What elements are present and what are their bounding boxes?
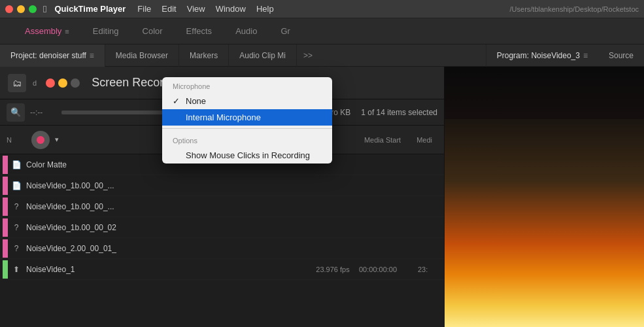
color-bar xyxy=(3,260,8,279)
media-start-col: Media Start xyxy=(359,136,406,144)
record-btn-container: ▾ xyxy=(31,131,63,149)
list-item[interactable]: ? NoiseVideo_1b.00_00_... xyxy=(0,196,444,217)
record-dropdown-button[interactable]: ▾ xyxy=(51,134,63,146)
panel-header: Project: denoiser stuff ≡ Media Browser … xyxy=(0,44,644,67)
file-type-icon: 📄 xyxy=(10,180,22,192)
file-type-icon: ? xyxy=(10,243,22,254)
tab-bar: Assembly ≡ Editing Color Effects Audio G… xyxy=(0,18,644,44)
close-button[interactable] xyxy=(5,5,13,13)
panel-tab-project[interactable]: Project: denoiser stuff ≡ xyxy=(0,44,105,67)
apple-logo:  xyxy=(43,3,46,14)
record-button[interactable] xyxy=(31,131,50,149)
file-end: 23: xyxy=(418,266,444,273)
title-bar-path: /Users/tblankenship/Desktop/Rocketstoc xyxy=(510,5,639,13)
check-icon: ✓ xyxy=(173,96,182,106)
search-button[interactable]: 🔍 xyxy=(7,103,25,122)
color-bar xyxy=(3,239,8,258)
color-bar xyxy=(3,177,8,195)
timecode-display: --:-- xyxy=(30,108,56,117)
panel-tab-program[interactable]: Program: NoiseVideo_3 ≡ xyxy=(486,44,598,67)
media-end-col: Medi xyxy=(411,136,437,144)
tab-effects[interactable]: Effects xyxy=(175,18,224,44)
panel-tab-audio-clip[interactable]: Audio Clip Mi xyxy=(229,44,297,67)
tl-red[interactable] xyxy=(46,78,55,88)
search-icon: 🔍 xyxy=(10,107,21,117)
menu-window[interactable]: Window xyxy=(216,4,246,14)
menu-file[interactable]: File xyxy=(137,4,151,14)
color-bar xyxy=(3,218,8,237)
list-item[interactable]: 📄 NoiseVideo_1b.00_00_... xyxy=(0,175,444,196)
traffic-lights xyxy=(46,78,80,88)
file-name: NoiseVideo_1b.00_00_... xyxy=(26,181,444,190)
dropdown-item-mouse-clicks[interactable]: Show Mouse Clicks in Recording xyxy=(162,147,332,164)
program-menu-icon: ≡ xyxy=(583,51,588,60)
list-item[interactable]: ⬆ NoiseVideo_1 23.976 fps 00:00:00:00 23… xyxy=(0,259,444,280)
file-name: NoiseVideo_1b.00_00_02 xyxy=(26,223,444,232)
menu-items: File Edit View Window Help xyxy=(137,4,273,14)
sunset-image xyxy=(445,119,644,327)
minimize-button[interactable] xyxy=(17,5,25,13)
file-fps: 23.976 fps xyxy=(307,266,359,273)
right-panel xyxy=(445,67,644,327)
tab-assembly[interactable]: Assembly ≡ xyxy=(13,18,81,44)
file-name: NoiseVideo_1b.00_00_... xyxy=(26,202,444,211)
color-bar xyxy=(3,198,8,216)
menu-icon: ≡ xyxy=(65,27,69,35)
menu-help[interactable]: Help xyxy=(256,4,274,14)
menu-edit[interactable]: Edit xyxy=(161,4,176,14)
file-type-icon: 📄 xyxy=(10,159,22,171)
panel-tab-markers[interactable]: Markers xyxy=(179,44,229,67)
panel-tab-media-browser[interactable]: Media Browser xyxy=(105,44,179,67)
maximize-button[interactable] xyxy=(29,5,37,13)
panel-tab-source[interactable]: Source xyxy=(598,51,644,60)
dropdown-menu: Microphone ✓ None Internal Microphone Op… xyxy=(162,77,332,164)
file-type-icon: ? xyxy=(10,201,22,213)
file-type-icon: ⬆ xyxy=(10,264,22,275)
tab-audio[interactable]: Audio xyxy=(224,18,269,44)
dropdown-item-none[interactable]: ✓ None xyxy=(162,93,332,109)
tab-editing[interactable]: Editing xyxy=(81,18,131,44)
window-controls xyxy=(5,5,37,13)
dropdown-divider xyxy=(162,128,332,129)
clip-label: d xyxy=(33,79,37,87)
selected-info: 1 of 14 items selected xyxy=(361,108,437,117)
tab-color[interactable]: Color xyxy=(131,18,175,44)
color-bar xyxy=(3,156,8,174)
panel-right: Program: NoiseVideo_3 ≡ Source xyxy=(486,44,644,67)
app-name: QuickTime Player xyxy=(54,4,126,14)
tl-gray xyxy=(71,78,80,88)
tl-yellow[interactable] xyxy=(58,78,67,88)
microphone-section-label: Microphone xyxy=(162,77,332,93)
file-tc: 00:00:00:00 xyxy=(359,266,418,273)
file-name: NoiseVideo_1 xyxy=(26,265,307,274)
file-list: 📄 Color Matte 📄 NoiseVideo_1b.00_00_... … xyxy=(0,154,444,327)
menu-bar:  QuickTime Player File Edit View Window… xyxy=(0,0,644,18)
tab-gr[interactable]: Gr xyxy=(269,18,301,44)
col-n: N xyxy=(7,136,26,144)
list-item[interactable]: ? NoiseVideo_2.00_00_01_ xyxy=(0,238,444,259)
options-section-label: Options xyxy=(162,131,332,147)
project-menu-icon: ≡ xyxy=(90,51,94,60)
file-type-icon: ? xyxy=(10,222,22,233)
file-name: NoiseVideo_2.00_00_01_ xyxy=(26,244,444,253)
record-dot xyxy=(37,136,44,144)
dropdown-item-internal-mic[interactable]: Internal Microphone xyxy=(162,109,332,126)
list-item[interactable]: ? NoiseVideo_1b.00_00_02 xyxy=(0,217,444,238)
expand-panels-button[interactable]: >> xyxy=(297,51,319,60)
menu-view[interactable]: View xyxy=(187,4,205,14)
folder-icon[interactable]: 🗂 xyxy=(8,74,26,92)
